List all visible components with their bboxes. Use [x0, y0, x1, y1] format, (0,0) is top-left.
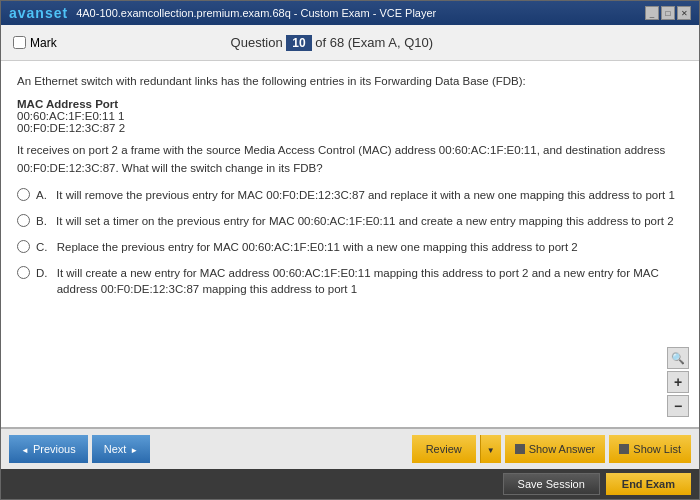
- option-b-text: It will set a timer on the previous entr…: [56, 213, 673, 229]
- save-session-label: Save Session: [518, 478, 585, 490]
- title-bar: avanset 4A0-100.examcollection.premium.e…: [1, 1, 699, 25]
- title-bar-left: avanset 4A0-100.examcollection.premium.e…: [9, 5, 436, 21]
- review-button[interactable]: Review: [412, 435, 476, 463]
- question-body: It receives on port 2 a frame with the s…: [17, 142, 683, 177]
- radio-d[interactable]: [17, 266, 30, 279]
- option-b-label: B.: [36, 213, 50, 229]
- minimize-button[interactable]: _: [645, 6, 659, 20]
- option-d: D. It will create a new entry for MAC ad…: [17, 265, 683, 297]
- end-exam-button[interactable]: End Exam: [606, 473, 691, 495]
- bottom-nav: Previous Next Review Show Answer Show Li…: [1, 427, 699, 469]
- mark-label: Mark: [30, 36, 57, 50]
- review-dropdown-button[interactable]: [480, 435, 501, 463]
- show-answer-label: Show Answer: [529, 443, 596, 455]
- zoom-out-button[interactable]: −: [667, 395, 689, 417]
- mark-checkbox[interactable]: [13, 36, 26, 49]
- mac-table-row-2: 00:F0:DE:12:3C:87 2: [17, 122, 683, 134]
- show-list-button[interactable]: Show List: [609, 435, 691, 463]
- previous-label: Previous: [33, 443, 76, 455]
- maximize-button[interactable]: □: [661, 6, 675, 20]
- main-window: avanset 4A0-100.examcollection.premium.e…: [0, 0, 700, 500]
- option-d-label: D.: [36, 265, 51, 281]
- app-logo: avanset: [9, 5, 68, 21]
- mac-table-header: MAC Address Port: [17, 98, 683, 110]
- mac-table-row-1: 00:60:AC:1F:E0:11 1: [17, 110, 683, 122]
- option-c-label: C.: [36, 239, 51, 255]
- radio-a[interactable]: [17, 188, 30, 201]
- question-number: 10: [286, 35, 311, 51]
- end-exam-label: End Exam: [622, 478, 675, 490]
- save-session-button[interactable]: Save Session: [503, 473, 600, 495]
- option-c-text: Replace the previous entry for MAC 00:60…: [57, 239, 578, 255]
- radio-c[interactable]: [17, 240, 30, 253]
- show-answer-icon: [515, 444, 525, 454]
- previous-button[interactable]: Previous: [9, 435, 88, 463]
- zoom-in-button[interactable]: +: [667, 371, 689, 393]
- review-chevron-icon: [487, 444, 495, 455]
- window-title: 4A0-100.examcollection.premium.exam.68q …: [76, 7, 436, 19]
- option-a-text: It will remove the previous entry for MA…: [56, 187, 675, 203]
- radio-b[interactable]: [17, 214, 30, 227]
- mac-table: MAC Address Port 00:60:AC:1F:E0:11 1 00:…: [17, 98, 683, 134]
- next-button[interactable]: Next: [92, 435, 151, 463]
- option-a: A. It will remove the previous entry for…: [17, 187, 683, 203]
- next-chevron-icon: [130, 443, 138, 455]
- show-answer-button[interactable]: Show Answer: [505, 435, 606, 463]
- mark-section: Mark: [13, 36, 57, 50]
- prev-chevron-icon: [21, 443, 29, 455]
- window-controls: _ □ ✕: [645, 6, 691, 20]
- option-c: C. Replace the previous entry for MAC 00…: [17, 239, 683, 255]
- question-info: Question 10 of 68 (Exam A, Q10): [231, 35, 433, 51]
- next-label: Next: [104, 443, 127, 455]
- close-button[interactable]: ✕: [677, 6, 691, 20]
- option-a-label: A.: [36, 187, 50, 203]
- question-label: Question: [231, 35, 283, 50]
- option-d-text: It will create a new entry for MAC addre…: [57, 265, 683, 297]
- zoom-controls: 🔍 + −: [667, 347, 689, 417]
- question-intro: An Ethernet switch with redundant links …: [17, 73, 683, 90]
- show-list-icon: [619, 444, 629, 454]
- content-area: An Ethernet switch with redundant links …: [1, 61, 699, 427]
- show-list-label: Show List: [633, 443, 681, 455]
- answer-options: A. It will remove the previous entry for…: [17, 187, 683, 297]
- action-bar: Save Session End Exam: [1, 469, 699, 499]
- question-total: of 68 (Exam A, Q10): [315, 35, 433, 50]
- question-header: Mark Question 10 of 68 (Exam A, Q10): [1, 25, 699, 61]
- review-label: Review: [426, 443, 462, 455]
- option-b: B. It will set a timer on the previous e…: [17, 213, 683, 229]
- zoom-search-button[interactable]: 🔍: [667, 347, 689, 369]
